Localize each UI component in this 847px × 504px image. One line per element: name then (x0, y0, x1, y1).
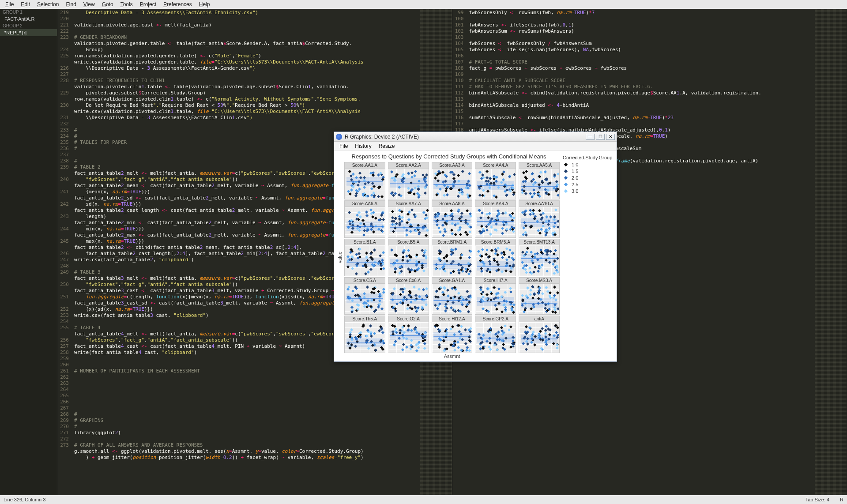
x-axis-label: Assmnt (343, 354, 561, 361)
facet-label: Score.AA2.A (388, 162, 429, 169)
facet-panel: Score.B5.A (387, 238, 430, 277)
facet-panel: antiA1.01.52.02.53.0 (517, 315, 561, 354)
facet-panel: Score.B1.A4 -3 -2 -1 -0 - (343, 238, 387, 277)
close-button[interactable]: ✕ (606, 134, 615, 140)
facet-panel: Score.AA4.A (474, 162, 517, 200)
facet-label: Score.Cx6.A (388, 277, 429, 284)
facet-label: Score.AA10.A (519, 200, 560, 207)
legend-item: 3.0 (563, 188, 612, 194)
sidebar-group: GROUP 1 (0, 9, 57, 15)
facet-label: Score.AA1.A (344, 162, 385, 169)
facet-label: Score.AA5.A (519, 162, 560, 169)
menu-tools[interactable]: Tools (117, 0, 136, 8)
facet-panel: Score.AA6.A4 -3 -2 -1 -0 - (343, 200, 387, 238)
facet-label: antiA (519, 316, 560, 322)
facet-label: Score.O2.A (388, 316, 429, 322)
plot-menu[interactable]: FileHistoryResize (334, 142, 617, 150)
window-title: R Graphics: Device 2 (ACTIVE) (345, 134, 584, 140)
facet-panel: Score.AA10.A (517, 200, 561, 238)
r-graphics-window[interactable]: R Graphics: Device 2 (ACTIVE) — ☐ ✕ File… (334, 132, 617, 362)
facet-label: Score.BMT13.A (519, 239, 560, 245)
facet-label: Score.BRM5.A (475, 239, 516, 245)
facet-label: Score.GA1.A (432, 277, 473, 284)
facet-label: Score.HI7.A (475, 277, 516, 284)
cursor-position[interactable]: Line 326, Column 3 (4, 497, 45, 502)
facet-label: Score.Th5.A (344, 316, 385, 322)
facet-panel: Score.AA3.A (430, 162, 474, 200)
menu-goto[interactable]: Goto (98, 0, 117, 8)
facet-label: Score.C5.A (344, 277, 385, 284)
menu-preferences[interactable]: Preferences (160, 0, 196, 8)
plot-menu-file[interactable]: File (336, 142, 351, 150)
menu-help[interactable]: Help (196, 0, 214, 8)
line-gutter: 219 220 221 222 223 224 225 226 227 228 … (57, 9, 74, 495)
facet-panel: Score.GP2.A1.01.52.02.53.0 (474, 315, 517, 354)
r-icon (336, 134, 342, 140)
facet-panel: Score.BRM5.A (474, 238, 517, 277)
menu-bar[interactable]: FileEditSelectionFindViewGotoToolsProjec… (0, 0, 847, 9)
plot-main-title: Responses to Questions by Corrected Stud… (337, 152, 561, 162)
legend-item: 2.0 (563, 175, 612, 181)
facet-label: Score.B1.A (344, 239, 385, 245)
legend-item: 1.5 (563, 169, 612, 174)
facet-label: Score.BRM1.A (432, 239, 473, 245)
facet-label: Score.AA6.A (344, 200, 385, 207)
facet-panel: Score.Cx6.A (387, 277, 430, 315)
menu-edit[interactable]: Edit (17, 0, 34, 8)
maximize-button[interactable]: ☐ (596, 134, 605, 140)
facet-panel: Score.MS3.A (517, 277, 561, 315)
facet-panel: Score.Th5.A4 -3 -2 -1 -0 -1.01.52.02.53.… (343, 315, 387, 354)
sidebar-file[interactable]: FACT-AntiA.R (0, 15, 57, 23)
facet-label: Score.AA8.A (432, 200, 473, 207)
menu-view[interactable]: View (80, 0, 98, 8)
facet-panel: Score.AA7.A (387, 200, 430, 238)
menu-project[interactable]: Project (136, 0, 160, 8)
legend-title: Corrected.Study.Group (563, 155, 612, 160)
minimap[interactable] (815, 9, 847, 495)
plot-menu-resize[interactable]: Resize (375, 142, 399, 150)
legend: Corrected.Study.Group 1.01.52.02.53.0 (561, 152, 614, 361)
plot-titlebar[interactable]: R Graphics: Device 2 (ACTIVE) — ☐ ✕ (334, 132, 617, 142)
facet-label: Score.AA3.A (432, 162, 473, 169)
minimize-button[interactable]: — (586, 134, 595, 140)
menu-selection[interactable]: Selection (34, 0, 62, 8)
facet-panel: Score.GA1.A (430, 277, 474, 315)
facet-panel: Score.O2.A1.01.52.02.53.0 (387, 315, 430, 354)
status-bar[interactable]: Line 326, Column 3 Tab Size: 4 R (0, 495, 847, 504)
facet-panel: Score.HI12.A1.01.52.02.53.0 (430, 315, 474, 354)
y-axis-label: value (337, 252, 343, 263)
open-files-sidebar[interactable]: GROUP 1FACT-AntiA.RGROUP 2*REPL* [r] (0, 9, 57, 495)
facet-panel: Score.AA1.A4 -3 -2 -1 -0 - (343, 162, 387, 200)
menu-find[interactable]: Find (62, 0, 79, 8)
menu-file[interactable]: File (2, 0, 17, 8)
facet-label: Score.GP2.A (475, 316, 516, 322)
facet-panel: Score.AA8.A (430, 200, 474, 238)
legend-item: 1.0 (563, 162, 612, 167)
facet-label: Score.MS3.A (519, 277, 560, 284)
tab-size[interactable]: Tab Size: 4 (806, 497, 829, 502)
syntax-language[interactable]: R (840, 497, 843, 502)
facet-panel: Score.AA2.A (387, 162, 430, 200)
sidebar-group: GROUP 2 (0, 23, 57, 29)
legend-item: 2.5 (563, 182, 612, 187)
facet-panel: Score.HI7.A (474, 277, 517, 315)
facet-panel: Score.BRM1.A (430, 238, 474, 277)
facet-panel: Score.BMT13.A (517, 238, 561, 277)
facet-panel: Score.AA5.A (517, 162, 561, 200)
facet-label: Score.B5.A (388, 239, 429, 245)
facet-label: Score.AA9.A (475, 200, 516, 207)
facet-label: Score.AA7.A (388, 200, 429, 207)
facet-panel: Score.AA9.A (474, 200, 517, 238)
facet-label: Score.HI12.A (432, 316, 473, 322)
facet-panel: Score.C5.A4 -3 -2 -1 -0 - (343, 277, 387, 315)
plot-menu-history[interactable]: History (351, 142, 375, 150)
facet-label: Score.AA4.A (475, 162, 516, 169)
sidebar-file[interactable]: *REPL* [r] (0, 29, 57, 36)
